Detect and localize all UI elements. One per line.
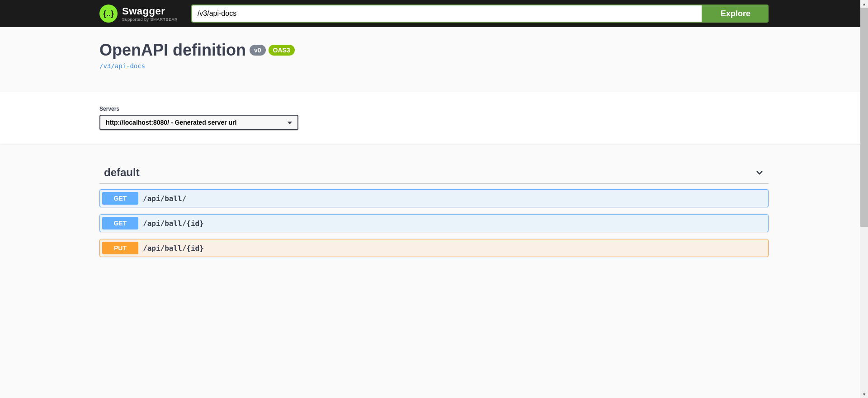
- scrollbar-thumb[interactable]: [860, 8, 868, 227]
- api-docs-link[interactable]: /v3/api-docs: [99, 62, 769, 70]
- operation-path: /api/ball/: [138, 194, 191, 203]
- logo-main-text: Swagger: [122, 5, 178, 17]
- servers-select[interactable]: http://localhost:8080/ - Generated serve…: [99, 115, 298, 130]
- operations-container: default GET/api/ball/GET/api/ball/{id}PU…: [90, 144, 778, 257]
- swagger-logo-icon: {..}: [99, 5, 118, 23]
- topbar: {..} Swagger Supported by SMARTBEAR Expl…: [0, 0, 868, 27]
- explore-button[interactable]: Explore: [703, 5, 769, 23]
- scheme-container: Servers http://localhost:8080/ - Generat…: [0, 92, 868, 144]
- operation-tag-header[interactable]: default: [99, 162, 769, 184]
- api-title-row: OpenAPI definition v0 OAS3: [99, 41, 295, 60]
- chevron-down-icon: [755, 168, 764, 177]
- vertical-scrollbar[interactable]: ▴ ▾: [860, 0, 868, 266]
- operation-method-badge: PUT: [102, 242, 138, 254]
- servers-label: Servers: [99, 106, 769, 112]
- operation-block[interactable]: GET/api/ball/{id}: [99, 214, 769, 232]
- operation-block[interactable]: PUT/api/ball/{id}: [99, 239, 769, 257]
- operation-path: /api/ball/{id}: [138, 219, 208, 228]
- operation-method-badge: GET: [102, 217, 138, 229]
- operation-summary[interactable]: GET/api/ball/: [100, 190, 768, 207]
- api-url-input[interactable]: [191, 5, 703, 23]
- operation-method-badge: GET: [102, 192, 138, 205]
- operation-block[interactable]: GET/api/ball/: [99, 189, 769, 207]
- info-section: OpenAPI definition v0 OAS3 /v3/api-docs: [0, 27, 868, 83]
- scrollbar-up-arrow-icon[interactable]: ▴: [860, 0, 868, 8]
- operation-tag-name: default: [104, 166, 140, 179]
- operation-summary[interactable]: GET/api/ball/{id}: [100, 215, 768, 232]
- logo-sub-text: Supported by SMARTBEAR: [122, 17, 178, 22]
- operation-path: /api/ball/{id}: [138, 244, 208, 253]
- operation-summary[interactable]: PUT/api/ball/{id}: [100, 239, 768, 257]
- operations-list: GET/api/ball/GET/api/ball/{id}PUT/api/ba…: [99, 189, 769, 257]
- version-badge: v0: [250, 45, 266, 56]
- api-title: OpenAPI definition: [99, 41, 246, 60]
- swagger-logo[interactable]: {..} Swagger Supported by SMARTBEAR: [99, 5, 178, 23]
- oas-badge: OAS3: [269, 45, 295, 56]
